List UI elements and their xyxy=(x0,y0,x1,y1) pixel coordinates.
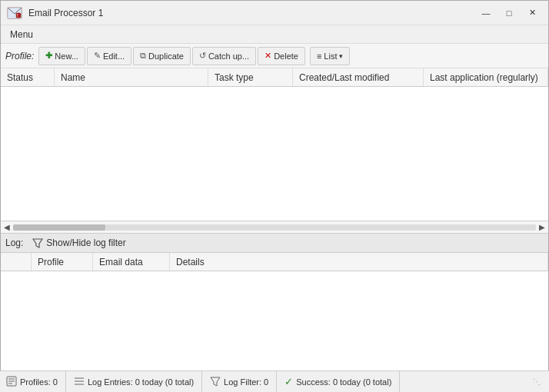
filter-icon xyxy=(32,238,43,248)
table-header: Status Name Task type Created/Last modif… xyxy=(1,68,548,87)
menu-item-menu[interactable]: Menu xyxy=(4,28,39,42)
log-section: Log: Show/Hide log filter Profile Email … xyxy=(1,233,548,371)
list-button-label: List xyxy=(324,51,337,61)
log-col-header-profile: Profile xyxy=(32,253,93,271)
log-label: Log: xyxy=(5,238,23,248)
logentries-status: Log Entries: 0 today (0 total) xyxy=(66,371,202,392)
title-bar: ! Email Processor 1 — □ ✕ xyxy=(1,1,548,25)
list-button[interactable]: ≡ List ▾ xyxy=(310,47,351,65)
new-button-label: New... xyxy=(55,51,78,61)
svg-marker-13 xyxy=(211,377,220,386)
delete-button[interactable]: ✕ Delete xyxy=(258,47,305,65)
col-header-created: Created/Last modified xyxy=(293,68,424,86)
horizontal-scrollbar[interactable]: ◀ ▶ xyxy=(1,221,548,233)
col-header-lastapp: Last application (regularly) xyxy=(424,68,548,86)
profile-label: Profile: xyxy=(5,51,34,61)
app-icon: ! xyxy=(7,5,22,21)
scrollbar-track[interactable] xyxy=(13,224,536,231)
duplicate-button[interactable]: ⧉ Duplicate xyxy=(133,47,191,65)
chevron-down-icon: ▾ xyxy=(339,52,343,60)
logentries-icon xyxy=(74,376,85,388)
delete-icon: ✕ xyxy=(265,51,271,61)
minimize-button[interactable]: — xyxy=(476,5,496,21)
scroll-left-arrow[interactable]: ◀ xyxy=(4,223,10,231)
logfilter-text: Log Filter: 0 xyxy=(224,377,268,387)
table-body[interactable] xyxy=(1,87,548,221)
edit-button-label: Edit... xyxy=(103,51,125,61)
catchup-button[interactable]: ↺ Catch up... xyxy=(192,47,256,65)
menu-bar: Menu xyxy=(1,25,548,44)
col-header-name: Name xyxy=(55,68,208,86)
svg-marker-5 xyxy=(33,239,42,247)
catchup-icon: ↺ xyxy=(199,51,206,61)
profiles-icon xyxy=(6,376,17,388)
log-filter-label: Show/Hide log filter xyxy=(46,238,125,248)
title-text: Email Processor 1 xyxy=(28,8,476,18)
log-col-header-num xyxy=(1,253,32,271)
scroll-right-arrow[interactable]: ▶ xyxy=(539,223,545,231)
main-content: Status Name Task type Created/Last modif… xyxy=(1,68,548,371)
duplicate-button-label: Duplicate xyxy=(148,51,184,61)
new-button[interactable]: ✚ New... xyxy=(38,47,85,65)
success-status: ✓ Success: 0 today (0 total) xyxy=(277,371,400,392)
scrollbar-thumb[interactable] xyxy=(13,224,105,231)
logfilter-icon xyxy=(210,376,221,388)
status-bar: Profiles: 0 Log Entries: 0 today (0 tota… xyxy=(0,370,549,392)
logfilter-status: Log Filter: 0 xyxy=(202,371,277,392)
maximize-button[interactable]: □ xyxy=(499,5,519,21)
toolbar: Profile: ✚ New... ✎ Edit... ⧉ Duplicate … xyxy=(1,44,548,68)
edit-button[interactable]: ✎ Edit... xyxy=(87,47,131,65)
profiles-status: Profiles: 0 xyxy=(6,371,66,392)
success-text: Success: 0 today (0 total) xyxy=(296,377,391,387)
log-header: Log: Show/Hide log filter xyxy=(1,233,548,253)
col-header-status: Status xyxy=(1,68,55,86)
log-col-header-details: Details xyxy=(170,253,548,271)
window-controls: — □ ✕ xyxy=(476,5,542,21)
log-table-header: Profile Email data Details xyxy=(1,253,548,271)
resize-grip-icon: ⋱ xyxy=(533,377,541,386)
catchup-button-label: Catch up... xyxy=(208,51,249,61)
new-icon: ✚ xyxy=(45,51,52,61)
profiles-text: Profiles: 0 xyxy=(20,377,58,387)
duplicate-icon: ⧉ xyxy=(140,51,146,61)
checkmark-icon: ✓ xyxy=(284,376,293,387)
col-header-tasktype: Task type xyxy=(208,68,293,86)
logentries-text: Log Entries: 0 today (0 total) xyxy=(88,377,194,387)
list-icon: ≡ xyxy=(317,51,321,61)
delete-button-label: Delete xyxy=(274,51,298,61)
close-button[interactable]: ✕ xyxy=(522,5,542,21)
log-filter-button[interactable]: Show/Hide log filter xyxy=(29,236,128,250)
log-col-header-emaildata: Email data xyxy=(93,253,170,271)
edit-icon: ✎ xyxy=(94,51,101,61)
log-body[interactable] xyxy=(1,271,548,371)
